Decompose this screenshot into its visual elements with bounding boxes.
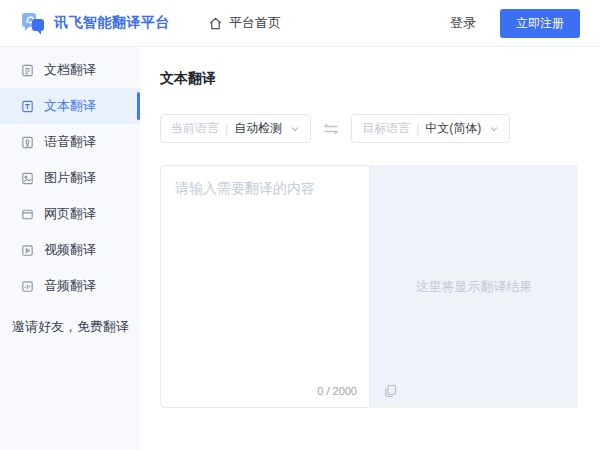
image-translate-icon	[20, 171, 35, 186]
target-language-label: 目标语言	[362, 120, 410, 137]
translation-result-panel: 这里将显示翻译结果	[370, 165, 578, 408]
logo-text: 讯飞智能翻译平台	[54, 14, 170, 32]
sidebar-item-label: 文本翻译	[44, 97, 96, 115]
sidebar-item-label: 图片翻译	[44, 169, 96, 187]
char-counter: 0 / 2000	[317, 385, 357, 397]
source-text-input[interactable]	[161, 166, 369, 407]
home-icon	[208, 16, 223, 31]
source-language-select[interactable]: 当前语言 | 自动检测	[160, 114, 311, 143]
source-language-label: 当前语言	[171, 120, 219, 137]
sidebar-item-audio-translate[interactable]: 音频翻译	[0, 268, 140, 304]
source-language-value: 自动检测	[234, 120, 282, 137]
invite-friends-link[interactable]: 邀请好友，免费翻译	[0, 318, 140, 336]
sidebar-item-text-translate[interactable]: 文本翻译	[0, 88, 140, 124]
chevron-down-icon	[489, 124, 499, 134]
sidebar-item-voice-translate[interactable]: 语音翻译	[0, 124, 140, 160]
target-language-select[interactable]: 目标语言 | 中文(简体)	[351, 114, 510, 143]
nav-home-label: 平台首页	[229, 14, 281, 32]
video-translate-icon	[20, 243, 35, 258]
divider: |	[416, 122, 419, 136]
sidebar-item-label: 文档翻译	[44, 61, 96, 79]
nav-home[interactable]: 平台首页	[208, 14, 281, 32]
document-translate-icon	[20, 63, 35, 78]
source-text-panel: 0 / 2000	[160, 165, 370, 408]
webpage-translate-icon	[20, 207, 35, 222]
sidebar-item-video-translate[interactable]: 视频翻译	[0, 232, 140, 268]
result-placeholder: 这里将显示翻译结果	[416, 278, 533, 296]
logo-icon	[20, 10, 46, 36]
language-bar: 当前语言 | 自动检测 目标语言 | 中文(简体)	[160, 114, 578, 143]
sidebar-item-label: 语音翻译	[44, 133, 96, 151]
translation-app: 讯飞智能翻译平台 平台首页 登录 立即注册 文	[0, 0, 600, 450]
sidebar-item-label: 视频翻译	[44, 241, 96, 259]
voice-translate-icon	[20, 135, 35, 150]
sidebar-item-label: 音频翻译	[44, 277, 96, 295]
audio-translate-icon	[20, 279, 35, 294]
header: 讯飞智能翻译平台 平台首页 登录 立即注册	[0, 0, 600, 46]
login-link[interactable]: 登录	[450, 14, 476, 32]
copy-icon[interactable]	[384, 384, 397, 398]
page-title: 文本翻译	[160, 70, 578, 88]
sidebar: 文档翻译 文本翻译	[0, 46, 140, 450]
sidebar-item-webpage-translate[interactable]: 网页翻译	[0, 196, 140, 232]
target-language-value: 中文(简体)	[425, 120, 481, 137]
main-content: 文本翻译 当前语言 | 自动检测 目标语言	[140, 46, 600, 450]
swap-languages-icon[interactable]	[323, 122, 339, 136]
divider: |	[225, 122, 228, 136]
translation-panels: 0 / 2000 这里将显示翻译结果	[160, 165, 578, 408]
sidebar-item-document-translate[interactable]: 文档翻译	[0, 52, 140, 88]
brand[interactable]: 讯飞智能翻译平台	[20, 10, 170, 36]
sidebar-item-image-translate[interactable]: 图片翻译	[0, 160, 140, 196]
text-translate-icon	[20, 99, 35, 114]
chevron-down-icon	[290, 124, 300, 134]
register-button[interactable]: 立即注册	[500, 9, 580, 38]
sidebar-item-label: 网页翻译	[44, 205, 96, 223]
